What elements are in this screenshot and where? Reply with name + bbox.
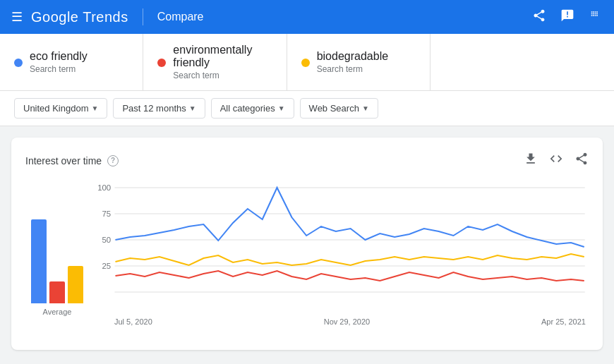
region-filter[interactable]: United Kingdom ▼: [14, 98, 107, 119]
feedback-icon[interactable]: [560, 8, 574, 26]
header-icons: [532, 8, 603, 26]
search-type-label: Web Search: [309, 103, 359, 114]
avg-col: Average: [25, 181, 89, 336]
blue-line: [115, 188, 584, 247]
term-type-3: Search term: [317, 64, 388, 74]
chart-card: Interest over time ?: [11, 138, 603, 350]
chart-area: Average 100 75 50 25: [25, 181, 589, 336]
term-type-1: Search term: [30, 64, 88, 74]
avg-label: Average: [43, 308, 72, 316]
search-term-1[interactable]: eco friendly Search term: [0, 34, 143, 90]
apps-icon[interactable]: [589, 8, 603, 26]
yellow-line: [115, 254, 584, 265]
term-info-2: environmentally friendly Search term: [173, 44, 272, 80]
share-icon[interactable]: [532, 8, 546, 26]
embed-icon[interactable]: [549, 152, 563, 169]
chart-actions: [524, 152, 589, 169]
search-type-filter[interactable]: Web Search ▼: [300, 98, 378, 119]
avg-bar-red: [49, 281, 65, 303]
filters-bar: United Kingdom ▼ Past 12 months ▼ All ca…: [0, 91, 614, 126]
empty-slot: [431, 34, 614, 90]
search-type-chevron: ▼: [362, 104, 369, 112]
line-chart-container: 100 75 50 25 Jul 5, 2020 Nov 29, 2020 Ap…: [89, 181, 589, 336]
search-term-3[interactable]: biodegradable Search term: [287, 34, 431, 90]
compare-label: Compare: [157, 11, 204, 23]
term-dot-3: [301, 59, 310, 67]
term-name-3: biodegradable: [317, 50, 388, 63]
svg-text:50: 50: [102, 236, 112, 244]
region-label: United Kingdom: [23, 103, 89, 114]
time-filter[interactable]: Past 12 months ▼: [113, 98, 205, 119]
download-icon[interactable]: [524, 152, 538, 169]
term-info-3: biodegradable Search term: [317, 50, 388, 74]
header-divider: [143, 8, 143, 25]
chart-title: Interest over time: [25, 155, 102, 166]
chart-title-row: Interest over time ?: [25, 155, 119, 166]
term-type-2: Search term: [173, 71, 272, 80]
x-label-3: Apr 25, 2021: [541, 317, 586, 326]
search-term-2[interactable]: environmentally friendly Search term: [143, 34, 287, 90]
x-label-2: Nov 29, 2020: [324, 317, 370, 326]
help-icon[interactable]: ?: [107, 155, 119, 166]
region-chevron: ▼: [92, 104, 99, 112]
category-filter[interactable]: All categories ▼: [211, 98, 294, 119]
svg-text:25: 25: [102, 262, 112, 270]
main-content: Interest over time ?: [0, 126, 614, 361]
logo: Google Trends: [31, 9, 128, 25]
avg-bar-blue: [31, 219, 47, 303]
svg-text:75: 75: [102, 210, 112, 218]
time-label: Past 12 months: [122, 103, 186, 114]
category-label: All categories: [220, 103, 275, 114]
red-line: [115, 271, 584, 281]
time-chevron: ▼: [189, 104, 196, 112]
x-label-1: Jul 5, 2020: [114, 317, 152, 326]
term-dot-1: [14, 59, 23, 67]
svg-text:100: 100: [97, 183, 111, 192]
term-name-2: environmentally friendly: [173, 44, 272, 69]
term-name-1: eco friendly: [30, 50, 88, 63]
avg-bar-yellow: [68, 266, 83, 303]
x-labels: Jul 5, 2020 Nov 29, 2020 Apr 25, 2021: [89, 317, 589, 326]
menu-icon[interactable]: ☰: [11, 9, 23, 25]
chart-header: Interest over time ?: [25, 152, 589, 169]
avg-bars: [31, 205, 83, 303]
term-dot-2: [157, 59, 166, 67]
line-chart-svg: 100 75 50 25: [89, 181, 589, 315]
category-chevron: ▼: [278, 104, 285, 112]
chart-share-icon[interactable]: [574, 152, 589, 169]
search-terms-bar: eco friendly Search term environmentally…: [0, 34, 614, 91]
header: ☰ Google Trends Compare: [0, 0, 614, 34]
term-info-1: eco friendly Search term: [30, 50, 88, 74]
